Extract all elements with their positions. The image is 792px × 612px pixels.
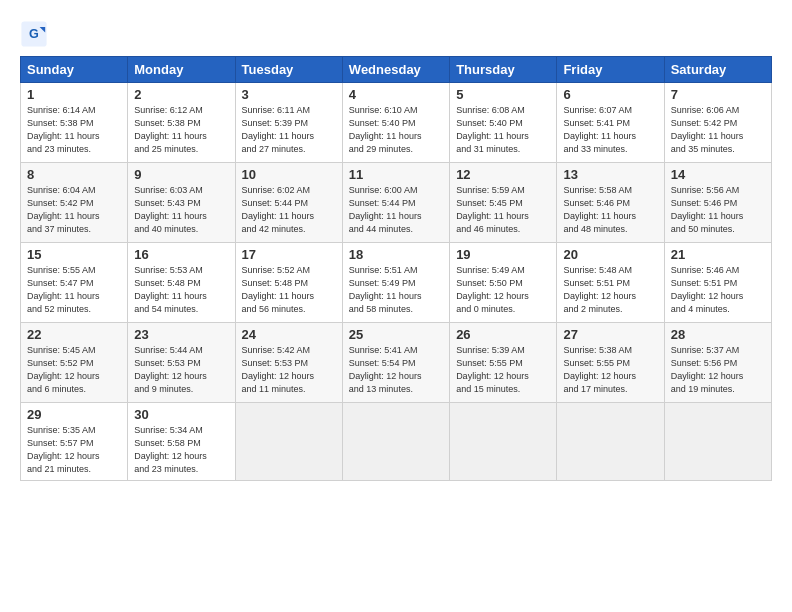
day-info: Sunrise: 5:41 AMSunset: 5:54 PMDaylight:… <box>349 344 443 396</box>
calendar-cell: 1Sunrise: 6:14 AMSunset: 5:38 PMDaylight… <box>21 83 128 163</box>
weekday-header-saturday: Saturday <box>664 57 771 83</box>
calendar-cell: 29Sunrise: 5:35 AMSunset: 5:57 PMDayligh… <box>21 403 128 481</box>
calendar-cell: 3Sunrise: 6:11 AMSunset: 5:39 PMDaylight… <box>235 83 342 163</box>
day-info: Sunrise: 5:52 AMSunset: 5:48 PMDaylight:… <box>242 264 336 316</box>
calendar-cell: 13Sunrise: 5:58 AMSunset: 5:46 PMDayligh… <box>557 163 664 243</box>
day-number: 1 <box>27 87 121 102</box>
day-number: 21 <box>671 247 765 262</box>
day-number: 11 <box>349 167 443 182</box>
day-number: 8 <box>27 167 121 182</box>
day-number: 9 <box>134 167 228 182</box>
day-number: 15 <box>27 247 121 262</box>
logo-icon: G <box>20 20 48 48</box>
day-info: Sunrise: 5:42 AMSunset: 5:53 PMDaylight:… <box>242 344 336 396</box>
day-number: 19 <box>456 247 550 262</box>
calendar-cell: 28Sunrise: 5:37 AMSunset: 5:56 PMDayligh… <box>664 323 771 403</box>
weekday-header-row: SundayMondayTuesdayWednesdayThursdayFrid… <box>21 57 772 83</box>
day-info: Sunrise: 5:38 AMSunset: 5:55 PMDaylight:… <box>563 344 657 396</box>
day-info: Sunrise: 5:55 AMSunset: 5:47 PMDaylight:… <box>27 264 121 316</box>
day-info: Sunrise: 6:02 AMSunset: 5:44 PMDaylight:… <box>242 184 336 236</box>
day-number: 25 <box>349 327 443 342</box>
calendar-cell: 20Sunrise: 5:48 AMSunset: 5:51 PMDayligh… <box>557 243 664 323</box>
day-info: Sunrise: 5:48 AMSunset: 5:51 PMDaylight:… <box>563 264 657 316</box>
calendar-cell: 27Sunrise: 5:38 AMSunset: 5:55 PMDayligh… <box>557 323 664 403</box>
calendar-cell: 2Sunrise: 6:12 AMSunset: 5:38 PMDaylight… <box>128 83 235 163</box>
calendar-cell <box>235 403 342 481</box>
calendar-cell: 30Sunrise: 5:34 AMSunset: 5:58 PMDayligh… <box>128 403 235 481</box>
day-info: Sunrise: 5:37 AMSunset: 5:56 PMDaylight:… <box>671 344 765 396</box>
day-info: Sunrise: 6:07 AMSunset: 5:41 PMDaylight:… <box>563 104 657 156</box>
day-info: Sunrise: 5:45 AMSunset: 5:52 PMDaylight:… <box>27 344 121 396</box>
calendar-week-row: 29Sunrise: 5:35 AMSunset: 5:57 PMDayligh… <box>21 403 772 481</box>
day-number: 4 <box>349 87 443 102</box>
day-number: 14 <box>671 167 765 182</box>
calendar-cell: 11Sunrise: 6:00 AMSunset: 5:44 PMDayligh… <box>342 163 449 243</box>
day-info: Sunrise: 6:08 AMSunset: 5:40 PMDaylight:… <box>456 104 550 156</box>
day-number: 28 <box>671 327 765 342</box>
weekday-header-friday: Friday <box>557 57 664 83</box>
day-info: Sunrise: 5:46 AMSunset: 5:51 PMDaylight:… <box>671 264 765 316</box>
day-info: Sunrise: 5:56 AMSunset: 5:46 PMDaylight:… <box>671 184 765 236</box>
day-number: 2 <box>134 87 228 102</box>
calendar-cell: 10Sunrise: 6:02 AMSunset: 5:44 PMDayligh… <box>235 163 342 243</box>
calendar-week-row: 1Sunrise: 6:14 AMSunset: 5:38 PMDaylight… <box>21 83 772 163</box>
day-info: Sunrise: 6:06 AMSunset: 5:42 PMDaylight:… <box>671 104 765 156</box>
day-number: 10 <box>242 167 336 182</box>
day-number: 16 <box>134 247 228 262</box>
day-number: 22 <box>27 327 121 342</box>
day-number: 29 <box>27 407 121 422</box>
calendar-cell: 4Sunrise: 6:10 AMSunset: 5:40 PMDaylight… <box>342 83 449 163</box>
day-info: Sunrise: 6:14 AMSunset: 5:38 PMDaylight:… <box>27 104 121 156</box>
calendar-cell: 17Sunrise: 5:52 AMSunset: 5:48 PMDayligh… <box>235 243 342 323</box>
day-info: Sunrise: 5:53 AMSunset: 5:48 PMDaylight:… <box>134 264 228 316</box>
calendar-cell <box>664 403 771 481</box>
day-number: 3 <box>242 87 336 102</box>
day-number: 30 <box>134 407 228 422</box>
day-number: 26 <box>456 327 550 342</box>
weekday-header-monday: Monday <box>128 57 235 83</box>
calendar-cell: 25Sunrise: 5:41 AMSunset: 5:54 PMDayligh… <box>342 323 449 403</box>
weekday-header-tuesday: Tuesday <box>235 57 342 83</box>
weekday-header-thursday: Thursday <box>450 57 557 83</box>
calendar-cell <box>557 403 664 481</box>
day-info: Sunrise: 5:34 AMSunset: 5:58 PMDaylight:… <box>134 424 228 476</box>
calendar-table: SundayMondayTuesdayWednesdayThursdayFrid… <box>20 56 772 481</box>
day-info: Sunrise: 6:00 AMSunset: 5:44 PMDaylight:… <box>349 184 443 236</box>
calendar-cell: 19Sunrise: 5:49 AMSunset: 5:50 PMDayligh… <box>450 243 557 323</box>
calendar-week-row: 8Sunrise: 6:04 AMSunset: 5:42 PMDaylight… <box>21 163 772 243</box>
calendar-week-row: 22Sunrise: 5:45 AMSunset: 5:52 PMDayligh… <box>21 323 772 403</box>
calendar-cell: 15Sunrise: 5:55 AMSunset: 5:47 PMDayligh… <box>21 243 128 323</box>
header: G <box>20 16 772 48</box>
calendar-cell: 14Sunrise: 5:56 AMSunset: 5:46 PMDayligh… <box>664 163 771 243</box>
calendar-cell: 6Sunrise: 6:07 AMSunset: 5:41 PMDaylight… <box>557 83 664 163</box>
day-number: 23 <box>134 327 228 342</box>
day-number: 24 <box>242 327 336 342</box>
day-info: Sunrise: 6:11 AMSunset: 5:39 PMDaylight:… <box>242 104 336 156</box>
day-info: Sunrise: 5:49 AMSunset: 5:50 PMDaylight:… <box>456 264 550 316</box>
weekday-header-wednesday: Wednesday <box>342 57 449 83</box>
day-info: Sunrise: 5:59 AMSunset: 5:45 PMDaylight:… <box>456 184 550 236</box>
calendar-cell: 26Sunrise: 5:39 AMSunset: 5:55 PMDayligh… <box>450 323 557 403</box>
svg-text:G: G <box>29 27 39 41</box>
calendar-cell: 21Sunrise: 5:46 AMSunset: 5:51 PMDayligh… <box>664 243 771 323</box>
day-number: 27 <box>563 327 657 342</box>
calendar-cell <box>450 403 557 481</box>
day-info: Sunrise: 5:44 AMSunset: 5:53 PMDaylight:… <box>134 344 228 396</box>
calendar-cell: 16Sunrise: 5:53 AMSunset: 5:48 PMDayligh… <box>128 243 235 323</box>
day-number: 5 <box>456 87 550 102</box>
calendar-cell: 18Sunrise: 5:51 AMSunset: 5:49 PMDayligh… <box>342 243 449 323</box>
day-info: Sunrise: 5:39 AMSunset: 5:55 PMDaylight:… <box>456 344 550 396</box>
calendar-cell: 23Sunrise: 5:44 AMSunset: 5:53 PMDayligh… <box>128 323 235 403</box>
day-info: Sunrise: 6:04 AMSunset: 5:42 PMDaylight:… <box>27 184 121 236</box>
logo: G <box>20 20 50 48</box>
calendar-cell: 12Sunrise: 5:59 AMSunset: 5:45 PMDayligh… <box>450 163 557 243</box>
calendar-cell: 24Sunrise: 5:42 AMSunset: 5:53 PMDayligh… <box>235 323 342 403</box>
calendar-cell: 9Sunrise: 6:03 AMSunset: 5:43 PMDaylight… <box>128 163 235 243</box>
calendar-cell: 22Sunrise: 5:45 AMSunset: 5:52 PMDayligh… <box>21 323 128 403</box>
day-info: Sunrise: 6:10 AMSunset: 5:40 PMDaylight:… <box>349 104 443 156</box>
calendar-cell <box>342 403 449 481</box>
day-number: 18 <box>349 247 443 262</box>
day-number: 20 <box>563 247 657 262</box>
calendar-cell: 8Sunrise: 6:04 AMSunset: 5:42 PMDaylight… <box>21 163 128 243</box>
weekday-header-sunday: Sunday <box>21 57 128 83</box>
